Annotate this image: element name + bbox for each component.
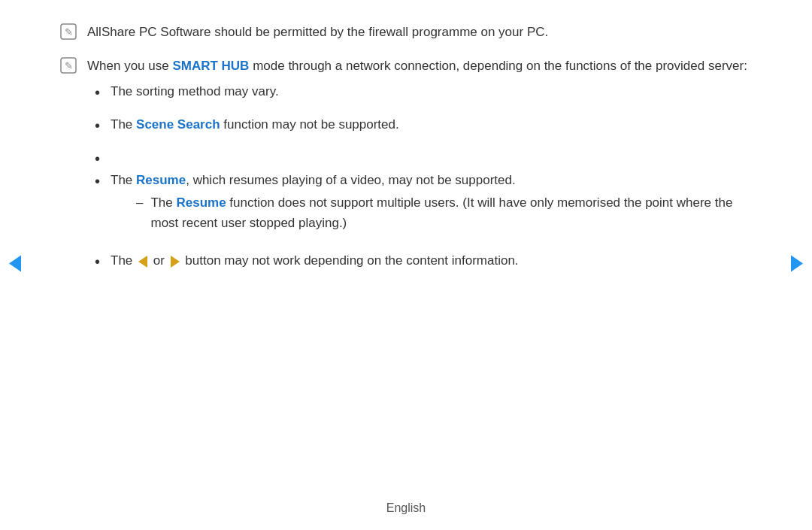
note-item-1: ✎ AllShare PC Software should be permitt…: [60, 23, 752, 43]
footer-language: English: [386, 501, 426, 514]
bullet-item-4: The or button may not work depending on …: [95, 251, 752, 274]
resume-link-1: Resume: [136, 173, 186, 187]
bullet-2-text: The Scene Search function may not be sup…: [111, 115, 399, 135]
bullet-3-dot: •: [95, 170, 100, 193]
left-arrow-icon: [9, 255, 21, 271]
scene-search-link: Scene Search: [136, 117, 220, 132]
note-icon-2: ✎: [60, 57, 80, 77]
note-text-2: When you use SMART HUB mode through a ne…: [87, 56, 752, 284]
note-text-1: AllShare PC Software should be permitted…: [87, 23, 548, 42]
nav-arrow-left[interactable]: [9, 255, 21, 275]
svg-text:✎: ✎: [65, 60, 73, 71]
right-arrow-icon: [791, 255, 803, 271]
resume-link-2: Resume: [177, 195, 226, 210]
sub-item-1: – The Resume function does not support m…: [136, 193, 752, 233]
bullet-list: The sorting method may vary. The Scene S…: [95, 82, 752, 274]
note-icon-1: ✎: [60, 23, 80, 43]
svg-text:✎: ✎: [65, 26, 73, 38]
right-triangle-gold-icon: [171, 256, 180, 268]
page-container: ✎ AllShare PC Software should be permitt…: [0, 0, 812, 530]
nav-arrow-right[interactable]: [791, 255, 803, 275]
dash-icon: –: [136, 193, 143, 213]
bullet-item-1: The sorting method may vary.: [95, 82, 752, 104]
bullet-item-2: The Scene Search function may not be sup…: [95, 115, 752, 138]
note-item-2: ✎ When you use SMART HUB mode through a …: [60, 56, 752, 284]
bullet-1-text: The sorting method may vary.: [111, 82, 279, 101]
note-intro-text: When you use SMART HUB mode through a ne…: [87, 56, 752, 76]
bullet-4-text: The or button may not work depending on …: [111, 251, 519, 271]
footer: English: [0, 489, 812, 530]
sub-item-1-text: The Resume function does not support mul…: [150, 193, 752, 233]
bullet-item-3: • The Resume, which resumes playing of a…: [95, 148, 752, 241]
left-triangle-gold-icon: [138, 256, 147, 268]
content-area: ✎ AllShare PC Software should be permitt…: [0, 0, 812, 489]
bullet-3-text: The Resume, which resumes playing of a v…: [111, 171, 516, 190]
smart-hub-link: SMART HUB: [172, 59, 249, 73]
